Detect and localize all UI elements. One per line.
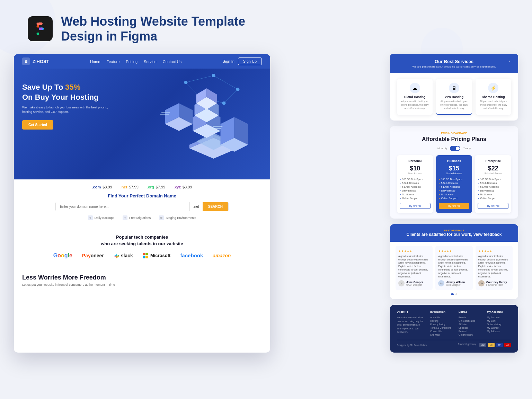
amazon-logo: amazon — [213, 253, 231, 258]
svg-rect-33 — [210, 131, 220, 132]
monthly-label: Monthly — [437, 147, 447, 150]
nav-contact[interactable]: Contact Us — [163, 60, 181, 64]
info-col-title: Information — [430, 310, 454, 313]
vps-hosting-icon: 🖥 — [449, 83, 459, 93]
business-plan-type: Limited Access — [439, 172, 470, 175]
footer-payment: Designed by Md Zannul Islam Payment gate… — [397, 340, 511, 347]
footer-address[interactable]: My Address — [487, 329, 511, 333]
nav-pricing[interactable]: Pricing — [126, 60, 138, 64]
yearly-label: Yearly — [463, 147, 471, 150]
business-feature-5: No License — [439, 193, 470, 196]
dot-2[interactable] — [455, 293, 457, 295]
sign-in-link[interactable]: Sign In — [223, 59, 234, 63]
figma-logo — [28, 16, 53, 41]
footer-logo: ZIHOST — [397, 310, 426, 314]
footer-sitemap[interactable]: Site Map — [430, 333, 454, 336]
author-role-2: Web Designer — [446, 284, 465, 286]
footer-about[interactable]: About Us — [430, 316, 454, 319]
enterprise-cta-button[interactable]: Try for Free — [478, 203, 508, 209]
testimonials-body: ★★★★★ A good review includes enough deta… — [390, 242, 518, 300]
service-card-cloud: ☁ Cloud Hosting All you need to build yo… — [397, 79, 433, 115]
footer-privacy[interactable]: Privacy Policy — [430, 322, 454, 326]
nav-feature[interactable]: Feature — [106, 60, 119, 64]
amex-icon: AM — [504, 343, 511, 347]
enterprise-plan-name: Enterprise — [478, 159, 508, 163]
dot-active[interactable] — [451, 293, 454, 295]
business-cta-button[interactable]: Try for Free — [439, 203, 470, 209]
sign-up-button[interactable]: Sign Up — [238, 57, 262, 65]
bottom-title: Less Worries More Freedom — [22, 274, 262, 281]
domain-search-button[interactable]: SEARCH — [203, 202, 228, 211]
review-1: A good review includes enough detail to … — [398, 255, 430, 278]
services-panel: Our Best Services We are passionate abou… — [390, 54, 518, 120]
author-2: JW Jimmy Wilson Web Designer — [438, 280, 470, 286]
price-net: $7.99 — [129, 185, 139, 189]
ext-xyz: .xyz — [174, 185, 181, 189]
enterprise-feature-3: 5 Email Accounts — [478, 185, 508, 189]
services-title: Our Best Services — [396, 59, 513, 64]
footer-copyright: Designed by Md Zannul Islam — [397, 344, 427, 346]
pricing-toggle: Monthly Yearly — [397, 146, 511, 151]
enterprise-feature-2: 5 Sub Domains — [478, 181, 508, 185]
pricing-title: Affordable Pricing Plans — [397, 136, 511, 142]
personal-cta-button[interactable]: Try for Free — [400, 203, 431, 209]
pricing-panel: Pricing Package Affordable Pricing Plans… — [390, 126, 518, 219]
enterprise-feature-5: No License — [478, 193, 508, 196]
brand-name: ZIHOST — [33, 59, 49, 64]
stars-3: ★★★★★ — [478, 249, 510, 253]
microsoft-logo: Microsoft — [143, 253, 171, 258]
avatar-3: CH — [478, 280, 485, 286]
migration-icon: ⬆ — [123, 215, 127, 220]
ext-com: .com — [92, 185, 101, 189]
services-subtitle: We are passionate about providing world-… — [396, 65, 513, 68]
footer-brands[interactable]: Brands — [459, 316, 483, 319]
domain-net: .net $7.99 — [121, 185, 139, 189]
testimonial-dots — [396, 293, 513, 295]
business-plan-card: Business $15 Limited Access 100 GB Disk … — [436, 155, 472, 213]
nav-home[interactable]: Home — [90, 60, 100, 64]
domain-ext-dropdown[interactable]: .net — [189, 202, 203, 211]
footer-grid: ZIHOST We make every effort to ensure we… — [397, 310, 511, 336]
footer-hosting[interactable]: Hosting — [430, 319, 454, 322]
companies-logos: Google Payoneer sl — [22, 252, 262, 259]
footer-refund[interactable]: Refund — [459, 329, 483, 333]
services-cards: ☁ Cloud Hosting All you need to build yo… — [397, 79, 511, 115]
bottom-subtitle: Let us put your website in front of cons… — [22, 283, 262, 286]
footer-my-cart[interactable]: My Cart — [487, 319, 511, 322]
testimonials-header: Testimonials Clients are satisfied for o… — [390, 224, 518, 242]
slack-logo: slack — [114, 253, 133, 258]
footer-gift[interactable]: Gift Certificates — [459, 319, 483, 322]
nav-actions: Sign In Sign Up — [223, 57, 262, 65]
enterprise-feature-6: Online Support — [478, 196, 508, 200]
footer-terms[interactable]: Terms & Conditions — [430, 326, 454, 329]
testimonial-1: ★★★★★ A good review includes enough deta… — [396, 246, 433, 290]
footer-specials[interactable]: Specials — [459, 326, 483, 329]
review-2: A good review includes enough detail to … — [438, 255, 470, 278]
footer-my-account[interactable]: My Account — [487, 316, 511, 319]
cloud-hosting-icon: ☁ — [410, 83, 420, 93]
personal-feature-2: 5 Sub Domains — [400, 181, 431, 185]
companies-section: Popular tech companies who are seeking t… — [14, 226, 270, 267]
footer-extras-column: Extras Brands Gift Certificates Affiliat… — [459, 310, 483, 336]
domain-search-input[interactable] — [56, 202, 189, 211]
ext-org: .org — [147, 185, 154, 189]
author-3: CH Courtney Henry Founder at Team — [478, 280, 510, 286]
review-3: A good review includes enough detail to … — [478, 255, 510, 278]
feature-migrations: ⬆ Free Migrations — [123, 215, 151, 220]
footer-affiliate[interactable]: Affiliate — [459, 322, 483, 326]
nav-service[interactable]: Service — [144, 60, 157, 64]
footer-wishlist[interactable]: My Wishlist — [487, 326, 511, 329]
hero-cta-button[interactable]: Get Started — [22, 120, 53, 130]
footer-brand-text: We make every effort to ensure we bring … — [397, 316, 426, 334]
footer-order[interactable]: Order History — [487, 322, 511, 326]
footer-contact[interactable]: Contact Us — [430, 329, 454, 333]
hero-content: Save Up To 35% On Buy Your Hosting We ma… — [22, 82, 112, 129]
billing-toggle[interactable] — [450, 146, 460, 151]
extras-col-title: Extras — [459, 310, 483, 313]
avatar-2: JW — [438, 280, 444, 286]
testimonials-panel: Testimonials Clients are satisfied for o… — [390, 224, 518, 300]
svg-rect-13 — [161, 112, 170, 113]
domain-org: .org $7.99 — [147, 185, 165, 189]
vps-desc: All you need to build your online presen… — [439, 100, 469, 110]
footer-order-history[interactable]: Order History — [459, 333, 483, 336]
